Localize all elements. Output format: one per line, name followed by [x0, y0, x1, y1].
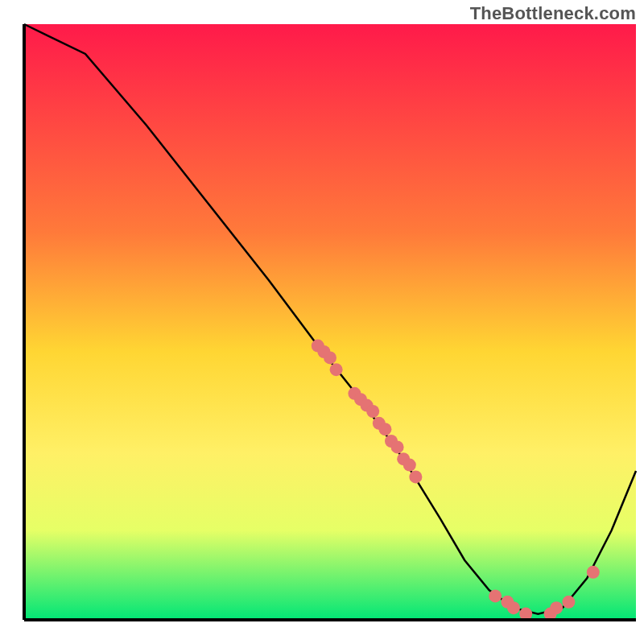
scatter-point: [507, 601, 520, 614]
scatter-point: [562, 596, 575, 609]
scatter-point: [366, 405, 379, 418]
scatter-point: [330, 363, 343, 376]
chart-svg: [0, 0, 644, 644]
scatter-point: [587, 566, 600, 579]
scatter-point: [378, 423, 391, 436]
gradient-background: [24, 24, 636, 620]
scatter-point: [550, 601, 563, 614]
plot-area: [24, 24, 636, 621]
scatter-point: [391, 440, 404, 453]
scatter-point: [403, 459, 416, 472]
scatter-point: [409, 470, 422, 483]
scatter-point: [324, 351, 336, 364]
watermark-text: TheBottleneck.com: [470, 3, 636, 24]
chart-container: TheBottleneck.com: [0, 0, 644, 644]
scatter-point: [489, 589, 502, 602]
